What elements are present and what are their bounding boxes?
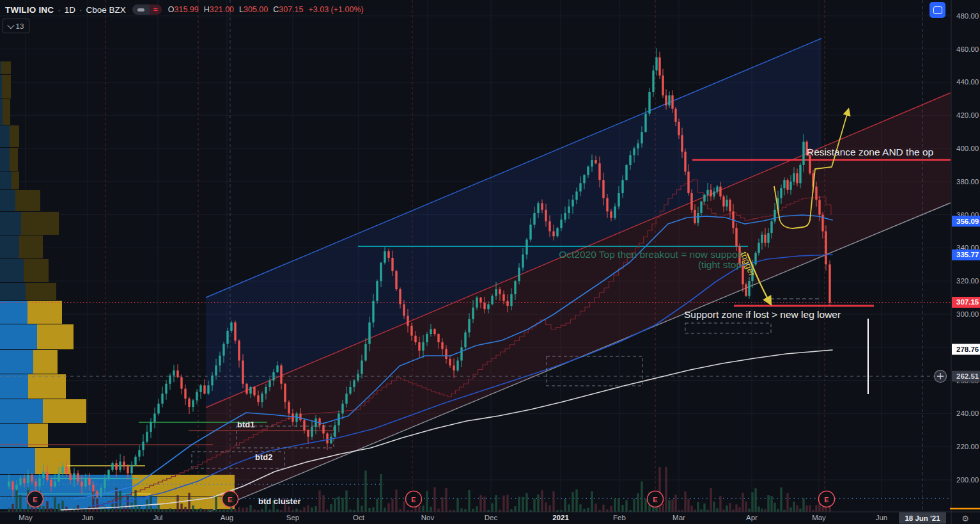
interval-label[interactable]: 1D xyxy=(65,5,75,15)
volume-bar xyxy=(315,506,316,512)
candle-body xyxy=(123,462,125,467)
volume-bar xyxy=(119,491,121,512)
candle-body xyxy=(188,399,190,407)
wave-indicator-button[interactable]: ≈ xyxy=(150,4,162,15)
candle-body xyxy=(31,475,33,481)
candle-body xyxy=(326,433,328,443)
candle-body xyxy=(422,342,424,351)
candle-body xyxy=(292,413,293,422)
candle-body xyxy=(602,180,604,198)
candle-body xyxy=(410,326,412,336)
candle-body xyxy=(761,235,763,243)
volume-bar xyxy=(234,509,236,512)
volume-bar xyxy=(483,496,485,512)
candle-body xyxy=(414,336,416,342)
exchange-label[interactable]: Cboe BZX xyxy=(86,5,126,15)
volume-bar xyxy=(802,498,804,512)
profile-row-buy xyxy=(0,75,2,99)
volume-bar xyxy=(422,505,424,512)
indicators-count: 13 xyxy=(16,22,24,30)
snapshot-button[interactable] xyxy=(929,2,945,18)
volume-bar xyxy=(764,509,766,512)
btd2-label[interactable]: btd2 xyxy=(255,452,272,462)
candle-body xyxy=(284,384,286,402)
volume-bar xyxy=(134,490,136,512)
volume-bar xyxy=(380,474,382,512)
volume-bar xyxy=(357,499,359,512)
candle-body xyxy=(161,393,163,404)
volume-bar xyxy=(748,509,750,512)
volume-bar xyxy=(334,498,336,512)
btd-zone-box[interactable] xyxy=(685,323,771,333)
candle-body xyxy=(441,342,443,349)
symbol-header: TWILIO INC · 1D · Cboe BZX ≈ O315.99 H32… xyxy=(5,4,364,15)
support-note-label[interactable]: Support zone if lost > new leg lower xyxy=(684,309,841,320)
volume-bar xyxy=(499,509,501,512)
volume-bar xyxy=(780,488,782,512)
candle-body xyxy=(665,95,667,106)
volume-bar xyxy=(751,492,753,512)
hide-series-button[interactable] xyxy=(132,4,150,15)
volume-bar xyxy=(641,481,642,512)
open-label: O xyxy=(168,5,175,14)
indicators-collapse-dropdown[interactable]: 13 xyxy=(3,19,29,33)
candle-body xyxy=(69,473,71,480)
candle-body xyxy=(793,173,795,182)
profile-row-sell xyxy=(19,235,43,258)
volume-bar xyxy=(153,509,155,512)
close-label: C xyxy=(273,5,279,14)
series-toggle-pills[interactable]: ≈ xyxy=(132,4,162,15)
btd1-label[interactable]: btd1 xyxy=(237,420,254,429)
volume-bar xyxy=(703,504,705,512)
volume-bar xyxy=(575,489,577,512)
volume-bar xyxy=(464,509,466,512)
volume-bar xyxy=(54,497,56,512)
volume-bar xyxy=(745,502,747,512)
volume-bar xyxy=(203,509,205,512)
price-tick: 460.00 xyxy=(956,45,979,53)
earnings-marker-letter: E xyxy=(824,496,828,504)
candle-body xyxy=(472,308,474,319)
profile-row-buy xyxy=(0,374,28,399)
candle-body xyxy=(165,384,167,394)
volume-bar xyxy=(180,504,182,512)
time-tick: Sep xyxy=(286,514,299,521)
low-label: L xyxy=(239,5,244,14)
btd-cluster-label[interactable]: btd cluster xyxy=(258,496,300,506)
candle-body xyxy=(722,196,724,207)
profile-row-sell xyxy=(26,283,56,300)
resistance-note-label[interactable]: Resistance zone AND the op xyxy=(807,147,933,157)
candle-body xyxy=(598,163,600,180)
volume-bar xyxy=(614,498,616,512)
candle-body xyxy=(828,264,830,303)
volume-bar xyxy=(793,502,795,512)
symbol-title[interactable]: TWILIO INC xyxy=(5,5,54,15)
volume-bar xyxy=(192,505,194,512)
oct-support-note-line1[interactable]: Oct2020 Top then breakout = now support xyxy=(559,249,744,260)
price-badge-text: 307.15 xyxy=(956,298,979,306)
candle-body xyxy=(716,187,718,192)
volume-bar xyxy=(19,495,21,512)
volume-bar xyxy=(430,507,432,512)
candle-body xyxy=(572,200,573,206)
chevron-down-icon xyxy=(7,21,14,28)
price-tick: 400.00 xyxy=(956,145,979,152)
candle-body xyxy=(648,92,650,114)
oct-support-note-line2[interactable]: (tight stop xyxy=(698,259,742,270)
volume-bar xyxy=(610,506,612,512)
price-axis[interactable]: 480.00460.00440.00420.00400.00380.00360.… xyxy=(935,0,980,524)
volume-bar xyxy=(391,499,393,512)
volume-bar xyxy=(15,488,17,512)
volume-bar xyxy=(456,498,458,512)
time-axis-settings-gear-icon[interactable]: ⚙ xyxy=(961,514,969,523)
volume-bar xyxy=(395,489,397,512)
candle-body xyxy=(318,418,320,425)
candle-body xyxy=(690,193,692,210)
volume-bar xyxy=(372,507,374,512)
candle-body xyxy=(315,418,316,427)
volume-bar xyxy=(644,499,646,512)
candle-body xyxy=(780,188,782,198)
candle-body xyxy=(12,482,13,490)
candle-body xyxy=(548,221,550,232)
chart-canvas[interactable]: EEEEE Resistance zone AND the op Support… xyxy=(0,0,980,524)
